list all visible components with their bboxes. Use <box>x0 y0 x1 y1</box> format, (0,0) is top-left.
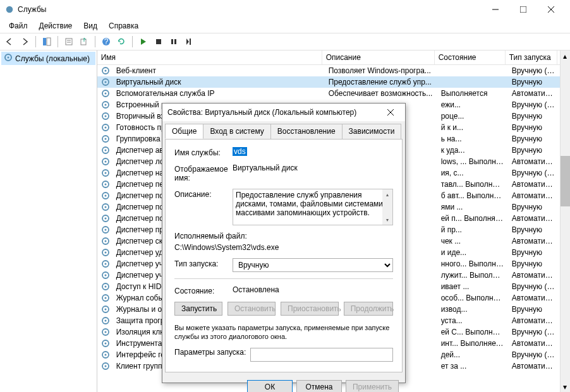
cell-name: Вспомогательная служба IP <box>112 89 325 98</box>
cell-state: й пр... <box>437 225 508 234</box>
cell-description: Предоставление служб упр... <box>325 78 437 86</box>
svg-point-55 <box>104 263 106 265</box>
tree-pane[interactable]: Службы (локальные) <box>0 50 97 392</box>
svg-point-23 <box>104 81 106 83</box>
cancel-button[interactable]: Отмена <box>296 380 342 392</box>
window-title: Службы <box>18 5 482 14</box>
cell-start-type: Вручную (ак... <box>508 100 560 109</box>
startup-type-select[interactable]: Вручную <box>233 258 393 272</box>
svg-rect-16 <box>174 39 176 44</box>
gear-icon <box>101 271 110 280</box>
cell-state: Выполняется <box>437 89 508 98</box>
ok-button[interactable]: ОК <box>247 380 293 392</box>
restart-service-button[interactable] <box>182 35 196 49</box>
window-titlebar: Службы <box>0 0 570 19</box>
help-button[interactable]: ? <box>99 35 113 49</box>
gear-icon <box>101 157 110 166</box>
table-row[interactable]: Веб-клиентПозволяет Windows-програ...Вру… <box>97 65 560 76</box>
dialog-titlebar: Свойства: Виртуальный диск (Локальный ко… <box>162 104 405 121</box>
label-display-name: Отображаемое имя: <box>174 163 233 182</box>
cell-state: извод... <box>437 305 508 314</box>
cell-state: ежи... <box>437 100 508 109</box>
cell-start-type: Автоматиче... <box>508 191 560 200</box>
cell-start-type: Автоматиче... <box>508 339 560 348</box>
svg-point-41 <box>104 184 106 186</box>
cell-state: уста... <box>437 316 508 325</box>
svg-point-43 <box>104 195 106 197</box>
maximize-button[interactable] <box>509 1 537 18</box>
scroll-up-icon[interactable]: ▴ <box>561 50 570 61</box>
cell-state: нного... Выполняется <box>437 259 508 268</box>
pause-service-button[interactable] <box>167 35 181 49</box>
menu-help[interactable]: Справка <box>104 20 143 32</box>
cell-start-type: Вручную (ак... <box>508 328 560 336</box>
cell-state: б авт... Выполняется <box>437 191 508 200</box>
minimize-button[interactable] <box>482 1 509 18</box>
resume-button: Продолжить <box>344 302 393 316</box>
scroll-thumb[interactable] <box>561 156 570 206</box>
svg-point-45 <box>104 206 106 208</box>
gear-icon <box>101 305 110 314</box>
tab-dependencies[interactable]: Зависимости <box>342 124 402 139</box>
description-scrollbar[interactable]: ▴▾ <box>382 189 392 225</box>
label-exe-path: Исполняемый файл: <box>174 232 247 241</box>
label-startup-type: Тип запуска: <box>174 258 233 268</box>
close-button[interactable] <box>537 1 565 18</box>
gear-icon <box>101 134 110 143</box>
stop-button: Остановить <box>227 302 276 316</box>
gear-icon <box>101 282 110 291</box>
start-params-input[interactable] <box>250 348 393 362</box>
column-state[interactable]: Состояние <box>435 50 506 64</box>
tab-logon[interactable]: Вход в систему <box>203 124 270 139</box>
vertical-scrollbar[interactable]: ▴ ▾ <box>560 50 570 392</box>
svg-rect-11 <box>81 39 86 45</box>
gear-icon <box>101 316 110 325</box>
stop-service-button[interactable] <box>152 35 166 49</box>
cell-description: Обеспечивает возможность... <box>325 89 437 98</box>
menu-view[interactable]: Вид <box>78 20 102 32</box>
value-service-name[interactable]: vds <box>233 147 247 156</box>
gear-icon <box>101 225 110 234</box>
menu-file[interactable]: Файл <box>4 20 33 32</box>
dialog-button-row: ОК Отмена Применить <box>162 375 405 392</box>
gear-icon <box>101 146 110 155</box>
dialog-close-button[interactable] <box>381 104 400 121</box>
label-status: Состояние: <box>174 285 233 295</box>
svg-point-31 <box>104 127 106 129</box>
tab-recovery[interactable]: Восстановление <box>270 124 343 139</box>
svg-point-69 <box>104 343 106 345</box>
cell-start-type: Вручную <box>508 225 560 234</box>
gear-icon <box>101 339 110 348</box>
description-textbox[interactable]: Предоставление служб управления дисками,… <box>233 189 393 225</box>
scroll-down-icon[interactable]: ▾ <box>561 381 570 392</box>
tree-root-item[interactable]: Службы (локальные) <box>1 52 95 65</box>
scroll-track[interactable] <box>561 61 570 381</box>
table-row[interactable]: Вспомогательная служба IPОбеспечивает во… <box>97 88 560 99</box>
cell-start-type: Вручную <box>508 134 560 143</box>
column-start-type[interactable]: Тип запуска <box>506 50 557 64</box>
cell-state: ями ... <box>437 203 508 211</box>
value-display-name: Виртуальный диск <box>233 163 393 172</box>
gear-icon <box>101 169 110 177</box>
column-name[interactable]: Имя <box>97 50 322 64</box>
cell-state: дей... <box>437 350 508 359</box>
cell-state: ей п... Выполняется <box>437 214 508 223</box>
tab-general[interactable]: Общие <box>165 124 203 139</box>
svg-point-19 <box>8 57 9 59</box>
cell-start-type: Вручную <box>508 248 560 257</box>
table-row[interactable]: Виртуальный дискПредоставление служб упр… <box>97 76 560 88</box>
show-hide-tree-button[interactable] <box>40 35 54 49</box>
gear-icon <box>4 53 13 64</box>
back-button[interactable] <box>3 35 16 49</box>
start-button[interactable]: Запустить <box>174 302 222 316</box>
column-description[interactable]: Описание <box>322 50 435 64</box>
cell-start-type: Вручную (ак... <box>508 282 560 291</box>
menu-action[interactable]: Действие <box>34 20 78 32</box>
properties-button[interactable] <box>62 35 76 49</box>
export-button[interactable] <box>77 35 91 49</box>
list-header: Имя Описание Состояние Тип запуска <box>97 50 560 65</box>
start-service-button[interactable] <box>136 35 150 49</box>
forward-button[interactable] <box>18 35 32 49</box>
cell-start-type: Автоматиче... <box>508 157 560 166</box>
refresh-button[interactable] <box>114 35 128 49</box>
